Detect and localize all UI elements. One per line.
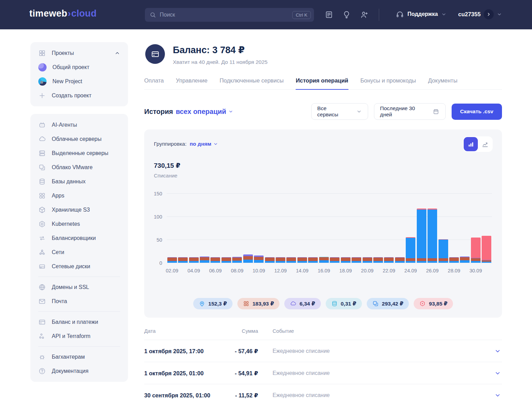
chart-bar-06.09[interactable]	[210, 257, 220, 263]
bar-chart-toggle[interactable]	[464, 137, 478, 151]
chart-bar-14.09[interactable]	[297, 257, 307, 263]
sidebar-item-networks[interactable]: Сети	[30, 245, 128, 259]
sidebar-item-api-terraform[interactable]: API и Terraform	[30, 329, 128, 343]
chart-bar-16.09[interactable]	[319, 257, 329, 263]
chart-type-toggle	[463, 136, 493, 152]
account-avatar[interactable]	[484, 9, 494, 19]
chart-bar-20.09[interactable]	[363, 257, 372, 263]
sidebar-projects-header[interactable]: Проекты	[30, 46, 128, 60]
tab-bonuses-promocodes[interactable]: Бонусы и промокоды	[361, 77, 416, 89]
chart-bar-01.10[interactable]	[482, 236, 491, 263]
chart-bar-08.09[interactable]	[232, 257, 242, 263]
sidebar-item-balancers[interactable]: Балансировщики	[30, 231, 128, 245]
ideas-icon[interactable]	[342, 10, 351, 19]
grouping-control: Группировка: по дням	[154, 141, 218, 147]
x-axis-tick: 06.09	[209, 268, 221, 273]
sidebar-item-s3-storage[interactable]: Хранилище S3	[30, 203, 128, 217]
x-axis-tick: 10.09	[253, 268, 265, 273]
sidebar-item-balance-payments[interactable]: Баланс и платежи	[30, 315, 128, 329]
download-csv-button[interactable]: Скачать .csv	[452, 104, 502, 120]
chart-bar-09.09[interactable]	[243, 254, 253, 263]
search-shortcut-badge: Ctrl K	[292, 11, 311, 19]
tab-operations-history[interactable]: История операций	[296, 77, 348, 90]
chart-bar-26.09[interactable]	[427, 209, 437, 263]
chart-bar-19.09[interactable]	[352, 257, 361, 263]
sidebar-item-documentation[interactable]: Документация	[30, 364, 128, 378]
chart-bar-13.09[interactable]	[286, 257, 296, 263]
legend-chip-float-ips[interactable]: 152,3 ₽	[193, 298, 233, 309]
invite-user-icon[interactable]	[360, 10, 368, 19]
chart-bar-30.09[interactable]	[471, 238, 481, 263]
history-scope-dropdown[interactable]: всех операций	[176, 108, 233, 116]
chart-bar-10.09[interactable]	[254, 255, 264, 263]
sidebar-item-general-project[interactable]: Общий проект	[30, 60, 128, 74]
bar-segment-brown	[319, 257, 329, 260]
legend-chip-apps[interactable]: 183,93 ₽	[237, 298, 280, 309]
sidebar-item-apps[interactable]: Apps	[30, 188, 128, 203]
chart-bar-03.09[interactable]	[178, 257, 188, 263]
sidebar-divider	[38, 277, 120, 277]
sidebar-item-dedicated-servers[interactable]: Выделенные серверы	[30, 146, 128, 160]
chart-bar-18.09[interactable]	[341, 257, 351, 263]
chart-bar-24.09[interactable]	[406, 237, 415, 263]
sidebar-item-network-disks[interactable]: Сетевые диски	[30, 259, 128, 273]
sidebar-item-vmware-cloud[interactable]: Облако VMware	[30, 160, 128, 174]
search-input[interactable]	[160, 12, 289, 18]
bar-segment-brown	[243, 256, 253, 260]
sidebar-item-bughunters[interactable]: Багхантерам	[30, 350, 128, 364]
legend-chip-kubernetes[interactable]: 93,85 ₽	[414, 298, 453, 309]
service-filter-select[interactable]: Все сервисы	[311, 103, 368, 120]
chart-bar-29.09[interactable]	[460, 257, 470, 263]
legend-chip-databases[interactable]: 0,31 ₽	[326, 298, 362, 309]
logo-caret: ›	[67, 8, 71, 19]
chart-bar-22.09[interactable]	[384, 257, 394, 263]
logo[interactable]: timeweb›cloud	[29, 8, 97, 19]
tab-documents[interactable]: Документы	[428, 77, 457, 89]
expand-row-chevron-icon[interactable]	[494, 348, 501, 354]
chart-bar-27.09[interactable]	[439, 239, 448, 263]
legend-chip-cloud-servers[interactable]: 6,34 ₽	[284, 298, 321, 309]
legend-chip-vmware[interactable]: 293,42 ₽	[367, 298, 409, 309]
sidebar-item-cloud-servers[interactable]: Облачные серверы	[30, 132, 128, 146]
line-chart-toggle[interactable]	[478, 137, 492, 151]
chart-bar-12.09[interactable]	[276, 257, 285, 263]
tab-management[interactable]: Управление	[176, 77, 208, 89]
chart-bar-07.09[interactable]	[221, 257, 231, 263]
chart-bar-17.09[interactable]	[330, 257, 339, 263]
expand-row-chevron-icon[interactable]	[494, 392, 501, 398]
chart-bar-23.09[interactable]	[395, 257, 405, 263]
sidebar-item-mail[interactable]: Почта	[30, 294, 128, 308]
chart-bar-11.09[interactable]	[265, 257, 275, 263]
sidebar-item-domains-ssl[interactable]: Домены и SSL	[30, 280, 128, 294]
period-filter-select[interactable]: Последние 30 дней	[374, 103, 446, 120]
news-icon[interactable]	[325, 10, 333, 19]
sidebar-item-kubernetes[interactable]: Kubernetes	[30, 217, 128, 231]
network-icon	[38, 249, 46, 256]
bar-segment-brown	[232, 258, 242, 261]
chart-bar-02.09[interactable]	[167, 257, 177, 263]
tab-connected-services[interactable]: Подключенные сервисы	[220, 77, 284, 89]
y-axis-tick: 50	[157, 237, 162, 243]
search-box[interactable]: Ctrl K	[145, 8, 314, 22]
grouping-dropdown[interactable]: по дням	[190, 141, 218, 147]
chart-bar-15.09[interactable]	[308, 257, 318, 263]
account-menu[interactable]: cu27355	[458, 9, 502, 19]
bar-segment-blue	[384, 261, 394, 263]
chart-bar-05.09[interactable]	[200, 257, 209, 263]
table-row[interactable]: 1 октября 2025, 01:00- 54,91 ₽Ежедневное…	[144, 362, 502, 384]
chart-bar-25.09[interactable]	[417, 209, 426, 263]
support-menu[interactable]: Поддержка	[396, 10, 446, 18]
x-axis-tick: 08.09	[231, 268, 243, 273]
table-row[interactable]: 1 октября 2025, 17:00- 57,46 ₽Ежедневное…	[144, 340, 502, 362]
sidebar-item-new-project[interactable]: New Project	[30, 74, 128, 88]
x-axis-tick: 28.09	[448, 268, 460, 273]
sidebar-item-create-project[interactable]: Создать проект	[30, 88, 128, 103]
tab-payment[interactable]: Оплата	[144, 77, 164, 89]
chart-bar-21.09[interactable]	[373, 257, 383, 263]
chart-bar-28.09[interactable]	[449, 257, 459, 263]
sidebar-item-ai-agents[interactable]: AI-Агенты	[30, 118, 128, 132]
chart-bar-04.09[interactable]	[189, 257, 199, 263]
expand-row-chevron-icon[interactable]	[494, 370, 501, 376]
sidebar-item-databases[interactable]: Базы данных	[30, 174, 128, 188]
table-row[interactable]: 30 сентября 2025, 01:00- 11,52 ₽Ежедневн…	[144, 384, 502, 406]
